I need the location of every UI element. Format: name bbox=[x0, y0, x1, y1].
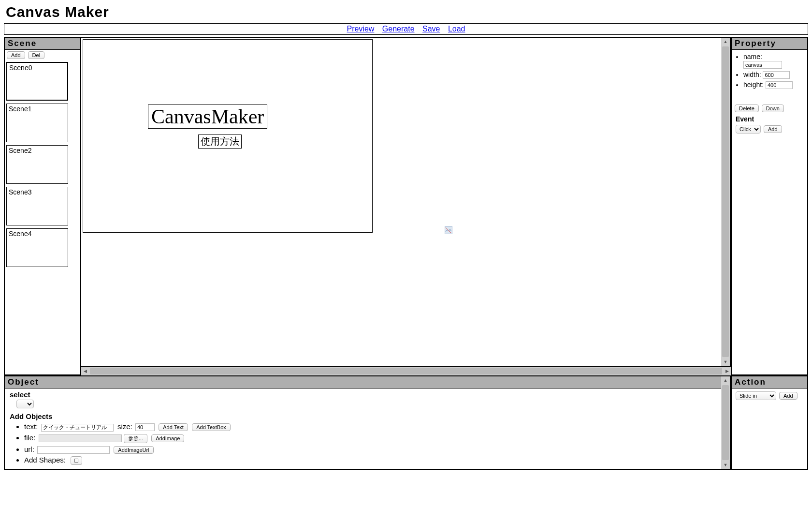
scroll-up-icon[interactable]: ▲ bbox=[722, 38, 729, 45]
scroll-down-icon[interactable]: ▼ bbox=[722, 358, 729, 366]
add-textbox-button[interactable]: Add TextBox bbox=[192, 423, 231, 431]
object-header: Object bbox=[5, 376, 730, 388]
object-select-label: select bbox=[10, 390, 725, 399]
scene-header: Scene bbox=[5, 38, 80, 50]
add-text-button[interactable]: Add Text bbox=[159, 423, 188, 431]
prop-height-label: height: bbox=[743, 81, 764, 89]
add-objects-title: Add Objects bbox=[10, 412, 725, 420]
main-toolbar: Preview Generate Save Load bbox=[4, 23, 808, 35]
prop-delete-button[interactable]: Delete bbox=[735, 105, 759, 112]
add-image-button[interactable]: AddImage bbox=[151, 434, 184, 442]
object-select[interactable] bbox=[16, 400, 34, 408]
event-type-select[interactable]: Click bbox=[736, 125, 761, 134]
text-label: text: bbox=[24, 422, 38, 431]
canvas-scrollbar-vertical[interactable]: ▲ ▼ bbox=[721, 38, 730, 366]
scroll-down-icon[interactable]: ▼ bbox=[722, 461, 729, 469]
object-panel: Object select Add Objects text: size: Ad… bbox=[4, 375, 731, 470]
prop-name-input[interactable] bbox=[743, 61, 782, 69]
prop-down-button[interactable]: Down bbox=[762, 105, 784, 112]
canvas-stage[interactable]: CanvasMaker 使用方法 bbox=[83, 39, 373, 233]
scene-del-button[interactable]: Del bbox=[28, 51, 45, 59]
action-panel: Action Slide in Add bbox=[731, 375, 808, 470]
scroll-right-icon[interactable]: ▶ bbox=[723, 367, 731, 375]
save-link[interactable]: Save bbox=[422, 25, 440, 33]
scene-add-button[interactable]: Add bbox=[7, 51, 25, 59]
prop-name-label: name: bbox=[743, 53, 762, 60]
action-add-button[interactable]: Add bbox=[779, 392, 798, 400]
scene-list: Scene0 Scene1 Scene2 Scene3 Scene4 bbox=[5, 60, 80, 374]
scene-item-3[interactable]: Scene3 bbox=[6, 187, 68, 225]
action-header: Action bbox=[732, 376, 807, 388]
size-input[interactable] bbox=[135, 423, 155, 431]
scene-item-1[interactable]: Scene1 bbox=[6, 104, 68, 142]
canvas-area[interactable]: CanvasMaker 使用方法 ▲ ▼ bbox=[81, 37, 731, 367]
prop-width-input[interactable] bbox=[763, 71, 790, 79]
generate-link[interactable]: Generate bbox=[382, 25, 415, 33]
add-shape-rect-button[interactable] bbox=[71, 456, 82, 465]
canvas-text-1[interactable]: CanvasMaker bbox=[148, 105, 267, 129]
scene-item-4[interactable]: Scene4 bbox=[6, 228, 68, 267]
scene-item-0[interactable]: Scene0 bbox=[6, 62, 68, 101]
add-image-url-button[interactable]: AddImageUrl bbox=[114, 446, 153, 454]
property-panel: Property name: width: height: Delete bbox=[731, 37, 808, 375]
prop-height-input[interactable] bbox=[766, 81, 793, 89]
property-header: Property bbox=[732, 38, 807, 50]
scene-panel: Scene Add Del Scene0 Scene1 Scene2 Scene… bbox=[4, 37, 81, 375]
file-input[interactable] bbox=[39, 434, 122, 442]
scene-item-2[interactable]: Scene2 bbox=[6, 145, 68, 184]
size-label: size: bbox=[117, 422, 132, 431]
rect-icon bbox=[74, 459, 78, 463]
url-input[interactable] bbox=[37, 446, 110, 454]
event-header: Event bbox=[732, 114, 807, 124]
event-add-button[interactable]: Add bbox=[764, 125, 782, 133]
text-input[interactable] bbox=[41, 424, 114, 432]
scroll-up-icon[interactable]: ▲ bbox=[722, 376, 729, 384]
object-scrollbar-vertical[interactable]: ▲ ▼ bbox=[721, 376, 730, 469]
shapes-label: Add Shapes: bbox=[24, 456, 66, 464]
preview-link[interactable]: Preview bbox=[347, 25, 374, 33]
canvas-text-2[interactable]: 使用方法 bbox=[198, 134, 242, 149]
file-label: file: bbox=[24, 433, 35, 442]
file-browse-button[interactable]: 参照... bbox=[124, 434, 147, 443]
canvas-scrollbar-horizontal[interactable]: ◀ ▶ bbox=[81, 367, 731, 375]
prop-width-label: width: bbox=[743, 71, 761, 78]
load-link[interactable]: Load bbox=[448, 25, 465, 33]
scroll-left-icon[interactable]: ◀ bbox=[81, 367, 89, 375]
url-label: url: bbox=[24, 445, 34, 453]
broken-image-icon bbox=[445, 226, 452, 234]
app-title: Canvas Maker bbox=[0, 0, 812, 23]
action-select[interactable]: Slide in bbox=[736, 391, 776, 400]
